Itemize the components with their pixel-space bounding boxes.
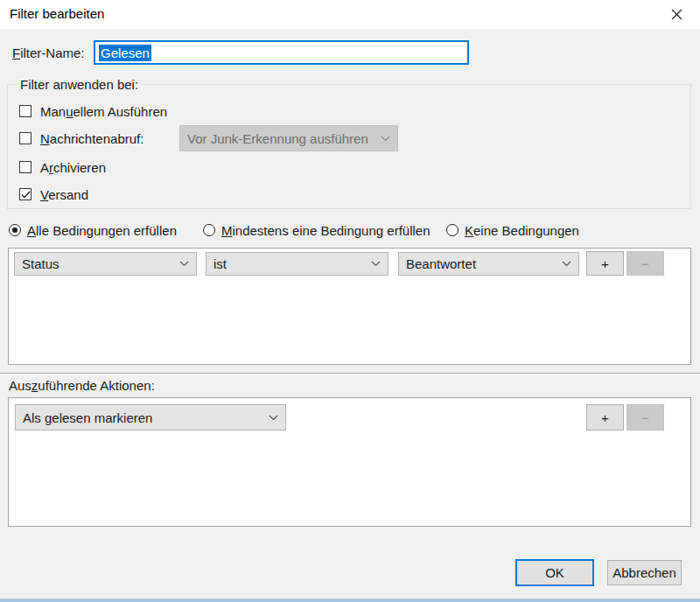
remove-action-button: −: [626, 404, 664, 430]
archiving-checkbox[interactable]: [19, 161, 32, 173]
condition-value-value: Beantwortet: [406, 256, 556, 271]
condition-attribute-dropdown[interactable]: Status: [14, 252, 197, 276]
close-icon: [671, 9, 682, 20]
match-none-label: Keine Bedingungen: [465, 223, 579, 238]
getting-mail-checkbox[interactable]: [19, 132, 32, 144]
section-splitter[interactable]: [0, 373, 700, 374]
edit-filter-dialog: Filter bearbeiten Filter-Name: Gelesen F…: [0, 0, 700, 602]
dialog-title: Filter bearbeiten: [10, 6, 104, 21]
action-value: Als gelesen markieren: [23, 410, 263, 425]
chevron-down-icon: [269, 415, 278, 421]
sending-label: Versand: [40, 187, 88, 202]
archiving-label: Archivieren: [40, 160, 106, 175]
checkbox-row-manual: Manuellem Ausführen: [19, 102, 167, 120]
radio-row-match-none: Keine Bedingungen: [446, 222, 579, 238]
match-any-label: Mindestens eine Bedingung erfüllen: [221, 223, 430, 238]
actions-label: Auszuführende Aktionen:: [9, 378, 155, 393]
checkbox-row-getting-mail: Nachrichtenabruf:: [19, 130, 144, 147]
actions-panel: Als gelesen markieren + −: [8, 397, 691, 527]
match-all-label: Alle Bedingungen erfüllen: [27, 223, 177, 238]
chevron-down-icon: [381, 136, 390, 142]
getting-mail-label: Nachrichtenabruf:: [40, 131, 144, 146]
match-all-radio[interactable]: [9, 224, 21, 236]
condition-operator-dropdown[interactable]: ist: [206, 252, 388, 276]
sending-checkbox[interactable]: [19, 188, 32, 200]
add-condition-button[interactable]: +: [586, 251, 624, 276]
condition-value-dropdown[interactable]: Beantwortet: [398, 252, 579, 276]
condition-attribute-value: Status: [22, 256, 174, 271]
radio-row-match-any: Mindestens eine Bedingung erfüllen: [203, 222, 430, 238]
cancel-button[interactable]: Abbrechen: [607, 560, 682, 585]
titlebar: Filter bearbeiten: [0, 0, 700, 29]
ok-button[interactable]: OK: [515, 559, 594, 586]
match-any-radio[interactable]: [203, 224, 215, 236]
manual-run-checkbox[interactable]: [19, 105, 32, 117]
checkbox-row-archiving: Archivieren: [19, 158, 106, 176]
filter-name-value: Gelesen: [99, 45, 151, 61]
junk-timing-dropdown: Vor Junk-Erkennung ausführen: [179, 125, 398, 151]
filter-name-label: Filter-Name:: [12, 46, 85, 60]
junk-timing-value: Vor Junk-Erkennung ausführen: [187, 131, 375, 146]
checkbox-row-sending: Versand: [19, 186, 88, 203]
chevron-down-icon: [371, 261, 381, 267]
apply-when-legend: Filter anwenden bei:: [17, 77, 142, 92]
condition-operator-value: ist: [214, 256, 366, 271]
window-bottom-edge: [0, 598, 700, 602]
chevron-down-icon: [179, 261, 189, 267]
check-icon: [21, 191, 31, 199]
conditions-panel: Status ist Beantwortet + −: [8, 248, 691, 365]
action-dropdown[interactable]: Als gelesen markieren: [15, 404, 286, 430]
chevron-down-icon: [562, 261, 571, 267]
manual-run-label: Manuellem Ausführen: [40, 104, 167, 119]
remove-condition-button: −: [626, 251, 664, 276]
radio-row-match-all: Alle Bedingungen erfüllen: [9, 222, 177, 238]
close-button[interactable]: [660, 3, 693, 26]
match-none-radio[interactable]: [446, 224, 458, 236]
add-action-button[interactable]: +: [586, 404, 624, 430]
filter-name-input[interactable]: Gelesen: [94, 40, 469, 65]
